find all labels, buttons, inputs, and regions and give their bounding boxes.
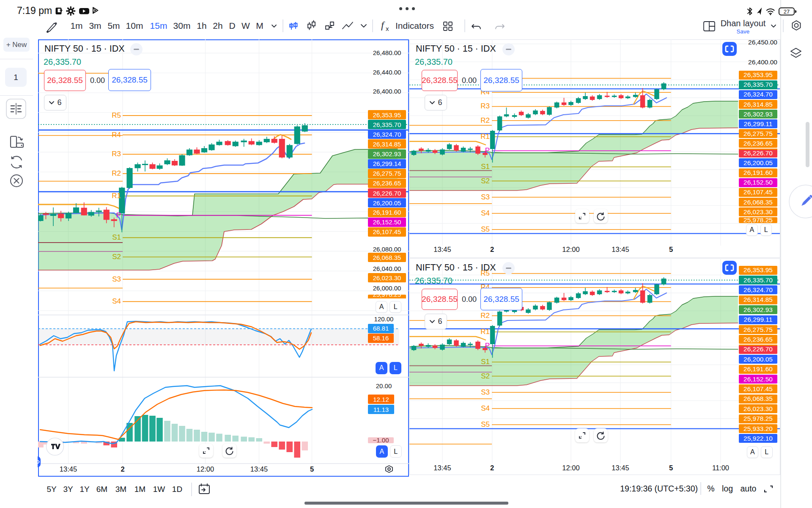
svg-text:x: x — [386, 25, 389, 32]
svg-text:27: 27 — [784, 8, 790, 15]
svg-text:f: f — [381, 19, 385, 30]
